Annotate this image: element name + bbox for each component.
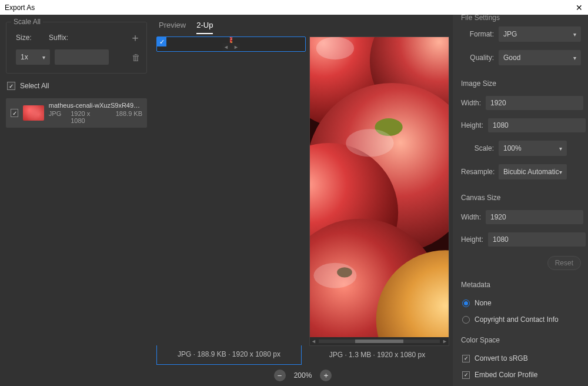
tab-preview[interactable]: Preview [159, 21, 186, 34]
zoom-level: 200% [294, 371, 312, 380]
zoom-out-button[interactable]: − [274, 370, 286, 381]
select-all-label: Select All [20, 82, 49, 90]
suffix-label: Suffix: [49, 34, 68, 42]
scroll-track[interactable] [319, 340, 440, 343]
image-width-input[interactable] [486, 96, 583, 110]
chevron-down-icon: ▾ [559, 145, 562, 152]
canvas-height-label: Height: [461, 235, 483, 244]
embed-profile-checkbox[interactable] [462, 371, 470, 379]
chevron-down-icon: ▾ [559, 169, 562, 175]
center-panel: Preview 2-Up ✓ [153, 15, 453, 386]
image-width-label: Width: [461, 99, 481, 107]
asset-name: matheus-cenali-wXuzS9xR49M-uns [49, 102, 142, 109]
resample-select[interactable]: Bicubic Automatic ▾ [499, 164, 567, 179]
window-title: Export As [5, 4, 35, 12]
asset-dimensions: 1920 x 1080 [71, 110, 106, 124]
asset-thumbnail [23, 105, 44, 121]
metadata-copyright-label: Copyright and Contact Info [475, 315, 559, 324]
preview-left-caption: JPG · 188.9 KB · 1920 x 1080 px [157, 345, 301, 364]
canvas-size-title: Canvas Size [461, 194, 581, 202]
tab-2up[interactable]: 2-Up [196, 21, 213, 34]
svg-point-21 [316, 37, 354, 59]
preview-right-caption: JPG · 1.3 MB · 1920 x 1080 px [305, 346, 449, 365]
check-icon: ✓ [157, 37, 166, 46]
quality-select[interactable]: Good ▾ [499, 50, 581, 65]
preview-right-image [310, 37, 449, 337]
add-scale-icon[interactable]: ＋ [130, 31, 141, 45]
close-icon[interactable]: ✕ [574, 3, 584, 12]
scroll-left-icon[interactable]: ◄ [311, 338, 316, 344]
svg-point-11 [230, 41, 230, 42]
reset-button[interactable]: Reset [547, 256, 581, 270]
chevron-down-icon: ▾ [42, 54, 45, 61]
titlebar: Export As ✕ [0, 0, 588, 15]
image-height-label: Height: [461, 121, 483, 129]
svg-point-9 [230, 37, 230, 38]
image-size-title: Image Size [461, 79, 581, 88]
color-space-title: Color Space [461, 336, 581, 344]
quality-label: Quality: [461, 54, 494, 62]
chevron-down-icon: ▾ [573, 55, 576, 61]
size-select-value: 1x [21, 53, 28, 61]
scale-label: Scale: [461, 144, 494, 152]
svg-point-22 [346, 129, 394, 157]
size-label: Size: [16, 34, 49, 42]
scale-value: 100% [503, 144, 522, 152]
right-panel: File Settings Format: JPG ▾ Quality: Goo… [453, 15, 588, 386]
srgb-checkbox[interactable] [462, 355, 470, 362]
scale-all-label: Scale All [11, 18, 43, 26]
asset-checkbox[interactable] [11, 109, 18, 117]
canvas-width-input[interactable] [486, 210, 583, 224]
canvas-height-input[interactable] [488, 232, 586, 247]
preview-left-image [230, 37, 232, 43]
file-settings-title: File Settings [461, 15, 581, 22]
suffix-input[interactable] [55, 49, 109, 65]
metadata-none-radio[interactable] [462, 300, 470, 307]
svg-point-10 [230, 39, 231, 39]
format-select[interactable]: JPG ▾ [499, 26, 581, 42]
select-all-checkbox[interactable] [7, 82, 15, 90]
asset-format: JPG [49, 110, 61, 124]
preview-right-hscroll[interactable]: ◄ ► [310, 337, 449, 345]
asset-size: 188.9 KB [116, 110, 142, 124]
srgb-label: Convert to sRGB [475, 354, 528, 362]
scale-select[interactable]: 100% ▾ [499, 141, 567, 156]
trash-icon[interactable]: 🗑 [132, 52, 141, 62]
scroll-thumb[interactable] [355, 340, 403, 343]
canvas-width-label: Width: [461, 213, 481, 221]
left-panel: Scale All Size: Suffix: ＋ 1x ▾ 🗑 Select … [0, 15, 153, 386]
scale-all-section: Scale All Size: Suffix: ＋ 1x ▾ 🗑 [6, 22, 147, 74]
metadata-title: Metadata [461, 281, 581, 289]
format-value: JPG [503, 30, 517, 38]
scroll-right-icon[interactable]: ► [233, 44, 239, 50]
scroll-right-icon[interactable]: ► [442, 338, 447, 344]
chevron-down-icon: ▾ [573, 31, 576, 38]
scroll-left-icon[interactable]: ◄ [223, 44, 229, 50]
preview-right[interactable]: ◄ ► [309, 36, 449, 346]
preview-left[interactable]: ✓ [156, 36, 306, 52]
svg-point-23 [313, 263, 356, 288]
zoom-controls: − 200% ＋ [153, 366, 453, 386]
metadata-none-label: None [475, 299, 492, 307]
zoom-in-button[interactable]: ＋ [320, 370, 332, 381]
embed-profile-label: Embed Color Profile [475, 371, 537, 379]
image-height-input[interactable] [488, 118, 586, 132]
metadata-copyright-radio[interactable] [462, 316, 470, 324]
format-label: Format: [461, 30, 494, 38]
asset-row[interactable]: matheus-cenali-wXuzS9xR49M-uns JPG 1920 … [6, 98, 147, 128]
quality-value: Good [503, 54, 520, 62]
resample-label: Resample: [461, 168, 494, 176]
size-select[interactable]: 1x ▾ [16, 49, 50, 65]
preview-left-hscroll[interactable]: ◄ ► [222, 43, 240, 51]
resample-value: Bicubic Automatic [503, 168, 559, 176]
